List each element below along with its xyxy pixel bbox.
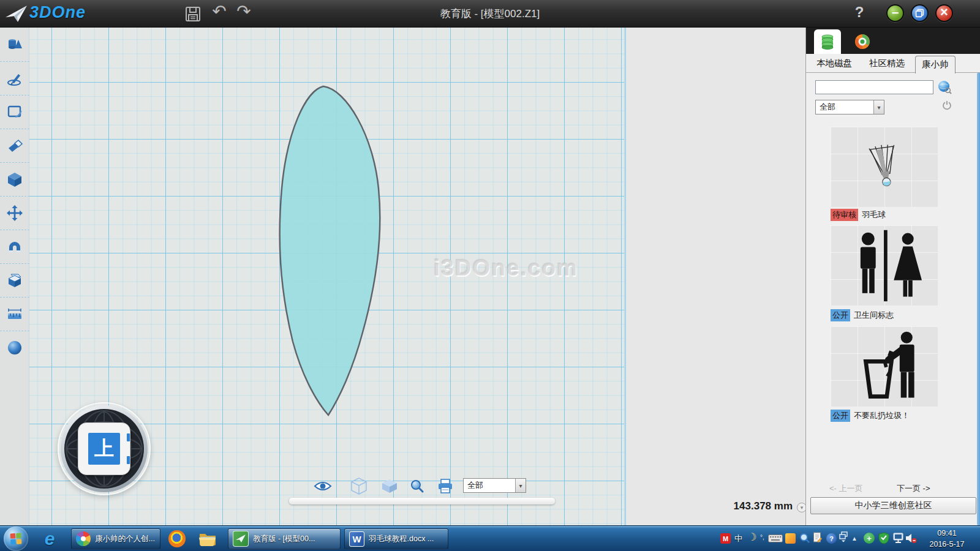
view-cube-top-face[interactable]: 上 [88, 433, 120, 465]
taskbar-window-browser[interactable]: 康小帅的个人创... [71, 528, 160, 549]
eye-icon [314, 481, 332, 492]
print-button[interactable] [435, 478, 456, 494]
model-card-thumbnail[interactable] [831, 225, 938, 305]
sphere-icon [6, 339, 23, 356]
minimize-button[interactable]: − [886, 4, 904, 22]
window-title: 教育版 - [模型002.Z1] [0, 0, 980, 28]
model-card-thumbnail[interactable] [831, 127, 938, 207]
tool-edit-sketch-button[interactable] [0, 95, 29, 129]
view-cube[interactable]: 上 [58, 402, 151, 495]
taskbar-window-word[interactable]: W 羽毛球教程.docx ... [344, 528, 448, 549]
word-icon: W [349, 531, 364, 547]
no-littering-thumbnail [835, 329, 933, 405]
tray-volume-muted-icon[interactable] [905, 533, 918, 544]
ribbon-collapse-bar[interactable] [289, 498, 555, 504]
view-cube-body[interactable]: 上 [78, 422, 130, 475]
model-card-title[interactable]: 羽毛球 [862, 210, 886, 219]
shuttlecock-thumbnail [864, 140, 905, 193]
zoom-button[interactable] [407, 478, 428, 494]
internet-explorer-icon: e [45, 528, 55, 549]
restore-button[interactable] [911, 4, 929, 22]
sidebar-nav-tabs: 本地磁盘 社区精选 康小帅 [806, 54, 980, 73]
taskbar-window-label: 羽毛球教程.docx ... [369, 534, 434, 544]
tray-display-icon[interactable] [839, 531, 848, 542]
modeling-canvas[interactable]: i3DOne.com 上 [29, 28, 805, 525]
library-sidebar: 本地磁盘 社区精选 康小帅 全部 ▾ [805, 28, 980, 525]
tool-assembly-button[interactable] [0, 263, 29, 297]
teardrop-sketch-shape[interactable] [276, 84, 386, 418]
model-card-title[interactable]: 不要乱扔垃圾！ [854, 411, 910, 420]
community-site-button[interactable]: 中小学三维创意社区 [810, 497, 976, 514]
tool-primitives-button[interactable] [0, 28, 29, 61]
tool-magnet-button[interactable] [0, 230, 29, 263]
search-globe-icon[interactable] [937, 80, 952, 94]
tool-feature-button[interactable] [0, 162, 29, 196]
tool-measure-button[interactable] [0, 297, 29, 331]
model-card-title[interactable]: 卫生间标志 [854, 310, 894, 320]
close-button[interactable]: × [935, 4, 953, 22]
internet-explorer-button[interactable]: e [36, 528, 64, 549]
chevron-down-icon[interactable]: ▾ [873, 100, 884, 114]
tray-mathtype-icon[interactable]: M [720, 533, 731, 544]
tray-magnifier-icon[interactable] [799, 533, 810, 544]
tab-community-picks[interactable]: 社区精选 [869, 58, 905, 69]
taskbar-window-3done[interactable]: 教育版 - [模型00... [228, 528, 341, 549]
tool-sketch-button[interactable] [0, 61, 29, 95]
display-filter-value: 全部 [464, 480, 515, 491]
shaded-view-button[interactable] [379, 478, 400, 494]
tray-help-icon[interactable]: ? [826, 533, 837, 544]
sidebar-tabstrip [806, 28, 980, 54]
category-filter-dropdown[interactable]: 全部 ▾ [815, 100, 884, 114]
category-filter-value: 全部 [816, 102, 873, 113]
chevron-down-icon[interactable]: ▾ [515, 479, 526, 492]
community-logo-icon [854, 33, 871, 50]
start-button[interactable] [4, 527, 28, 551]
tray-clock[interactable]: 09:41 2016-5-17 [918, 528, 976, 550]
tray-shield-icon[interactable] [878, 532, 889, 544]
model-card-label: 待审核羽毛球 [831, 209, 886, 220]
tray-date: 2016-5-17 [918, 539, 976, 550]
windows-logo-icon [9, 532, 22, 545]
wireframe-view-button[interactable] [349, 478, 369, 494]
file-explorer-button[interactable] [194, 528, 222, 549]
tray-document-icon[interactable] [813, 532, 823, 544]
tray-ime-icon[interactable]: 中 [734, 533, 742, 544]
model-card-label: 公开卫生间标志 [831, 309, 894, 320]
next-page-button[interactable]: 下一页 -> [897, 483, 930, 494]
sidebar-scrollbar[interactable] [977, 73, 980, 525]
prev-page-button[interactable]: <- 上一页 [829, 483, 863, 494]
tray-keyboard-icon[interactable] [768, 534, 783, 542]
tool-move-button[interactable] [0, 196, 29, 230]
edit-sketch-icon [6, 103, 23, 121]
folder-icon [198, 531, 217, 546]
tray-moon-icon[interactable]: ☽ [747, 531, 756, 544]
tray-sogou-icon[interactable] [785, 533, 796, 544]
model-card-thumbnail[interactable] [831, 326, 938, 407]
search-input[interactable] [815, 80, 933, 94]
restore-icon [915, 9, 924, 18]
view-cube-side-hint [127, 433, 130, 441]
help-button[interactable]: ? [850, 4, 869, 21]
shaded-cube-icon [382, 479, 398, 493]
display-filter-dropdown[interactable]: 全部 ▾ [463, 478, 526, 493]
firefox-button[interactable] [163, 528, 191, 549]
tab-local-disk[interactable]: 本地磁盘 [816, 58, 852, 69]
tray-360-icon[interactable]: + [864, 533, 875, 544]
tool-material-button[interactable] [0, 331, 29, 364]
primitives-icon [6, 36, 23, 53]
tray-time: 09:41 [918, 528, 976, 539]
tray-degree-icon[interactable]: °, [760, 534, 764, 541]
title-bar: 3DOne ↶ ↷ 教育版 - [模型002.Z1] ? − × [0, 0, 980, 28]
3done-app-icon [233, 531, 249, 547]
tool-eraser-button[interactable] [0, 129, 29, 162]
community-tab-button[interactable] [851, 32, 873, 51]
tray-show-hidden-icon[interactable]: ▲ [851, 535, 858, 542]
tab-user-kangxiaoshuai[interactable]: 康小帅 [915, 56, 956, 73]
minimize-icon: − [892, 7, 899, 19]
tray-network-icon[interactable] [893, 533, 905, 544]
firefox-icon [168, 530, 186, 547]
library-tab-button[interactable] [814, 29, 841, 54]
visibility-button[interactable] [312, 478, 333, 494]
refresh-power-icon[interactable] [942, 100, 952, 110]
close-icon: × [940, 6, 948, 19]
